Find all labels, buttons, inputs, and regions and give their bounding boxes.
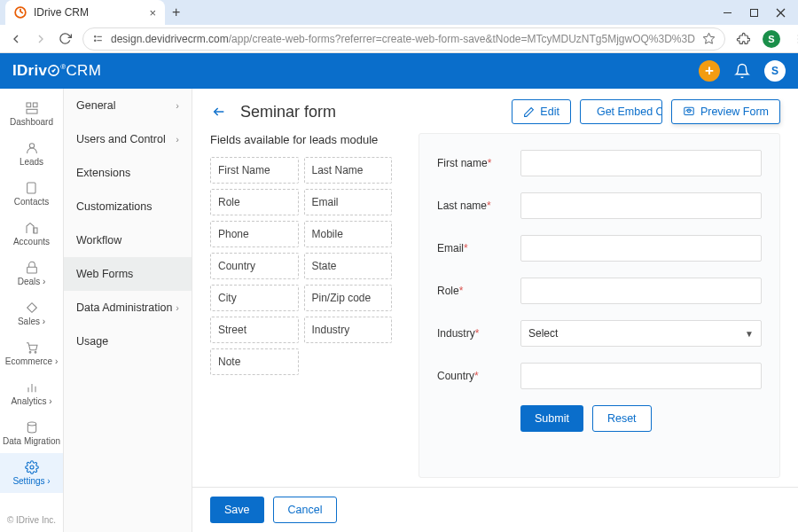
form-row: Last name* <box>437 192 762 219</box>
svg-point-29 <box>27 422 35 426</box>
sidebar-item-users-control[interactable]: Users and Control› <box>64 122 192 156</box>
sidebar-item-workflow[interactable]: Workflow <box>64 223 192 257</box>
profile-avatar[interactable]: S <box>763 30 780 48</box>
field-chip[interactable]: Street <box>210 317 299 343</box>
svg-point-17 <box>29 144 34 148</box>
page-title: Seminar form <box>240 103 336 121</box>
sidebar-item-web-forms[interactable]: Web Forms <box>64 257 192 291</box>
form-field-label: Country* <box>437 370 506 382</box>
form-input[interactable] <box>520 278 762 304</box>
rail-settings[interactable]: Settings › <box>0 453 63 493</box>
rail-accounts[interactable]: Accounts <box>0 214 63 254</box>
form-input[interactable] <box>520 192 762 219</box>
field-chip[interactable]: Country <box>210 253 299 279</box>
rail-leads[interactable]: Leads <box>0 134 63 174</box>
tab-title: IDrive CRM <box>34 6 89 19</box>
form-row: Email* <box>437 235 762 262</box>
field-chip[interactable]: Phone <box>210 221 299 247</box>
star-icon[interactable] <box>702 32 716 45</box>
field-chip[interactable]: Last Name <box>304 157 393 184</box>
rail-analytics[interactable]: Analytics › <box>0 373 63 413</box>
chevron-right-icon: › <box>176 302 179 313</box>
field-chip[interactable]: First Name <box>210 157 299 184</box>
reload-icon[interactable] <box>59 32 72 45</box>
form-select[interactable]: Select▼ <box>520 320 762 347</box>
form-field-label: First name* <box>437 157 506 169</box>
sidebar-item-extensions[interactable]: Extensions <box>64 156 192 190</box>
svg-rect-18 <box>27 183 35 193</box>
add-button[interactable]: + <box>699 60 720 82</box>
forward-icon[interactable] <box>34 32 48 46</box>
preview-form-button[interactable]: Preview Form <box>671 99 780 124</box>
svg-point-30 <box>30 466 34 469</box>
minimize-icon[interactable] <box>722 7 732 18</box>
site-info-icon[interactable] <box>92 33 104 44</box>
rail-footer: © IDrive Inc. <box>0 510 63 532</box>
field-chip[interactable]: Industry <box>304 317 393 343</box>
close-window-icon[interactable] <box>775 7 786 18</box>
rail-dashboard[interactable]: Dashboard <box>0 94 63 134</box>
browser-tab[interactable]: IDrive CRM × <box>5 0 165 25</box>
back-arrow-icon[interactable] <box>210 105 228 119</box>
field-chip[interactable]: City <box>210 285 299 311</box>
form-preview-panel: First name*Last name*Email*Role*Industry… <box>419 133 780 478</box>
page-header: Seminar form Edit Get Embed Code Preview… <box>192 89 798 133</box>
field-chip[interactable]: Email <box>304 189 393 215</box>
form-row: First name* <box>437 150 762 176</box>
form-field-label: Industry* <box>437 327 506 340</box>
bell-icon[interactable] <box>734 63 750 79</box>
close-tab-icon[interactable]: × <box>149 6 156 20</box>
field-chip[interactable]: Role <box>210 189 299 215</box>
rail-contacts[interactable]: Contacts <box>0 174 63 214</box>
content-area: Seminar form Edit Get Embed Code Preview… <box>192 89 798 532</box>
brand-logo[interactable]: IDriv®CRM <box>12 62 101 80</box>
get-embed-code-button[interactable]: Get Embed Code <box>580 99 662 124</box>
svg-point-7 <box>95 40 96 41</box>
favicon-icon <box>14 6 27 19</box>
footer-bar: Save Cancel <box>192 487 798 532</box>
form-input[interactable] <box>520 363 762 389</box>
extensions-icon[interactable] <box>736 32 750 46</box>
form-field-label: Last name* <box>437 200 506 212</box>
form-row: Industry*Select▼ <box>437 320 762 347</box>
form-field-label: Email* <box>437 242 506 254</box>
field-chip[interactable]: State <box>304 253 393 279</box>
sidebar-item-data-admin[interactable]: Data Administration› <box>64 291 192 325</box>
form-input[interactable] <box>520 235 762 262</box>
new-tab-button[interactable]: + <box>172 4 180 20</box>
window-controls <box>722 7 798 18</box>
user-avatar[interactable]: S <box>764 60 786 82</box>
svg-point-24 <box>29 351 31 353</box>
browser-tab-strip: IDrive CRM × + <box>0 0 798 25</box>
field-chip[interactable]: Pin/Zip code <box>304 285 393 311</box>
chevron-right-icon: › <box>176 134 179 145</box>
browser-toolbar: design.devidrivecrm.com/app/create-web-f… <box>0 25 798 53</box>
chevron-right-icon: › <box>176 100 179 111</box>
edit-button[interactable]: Edit <box>512 99 571 124</box>
cancel-button[interactable]: Cancel <box>273 497 338 523</box>
rail-data-migration[interactable]: Data Migration <box>0 413 63 453</box>
nav-rail: Dashboard Leads Contacts Accounts Deals … <box>0 89 64 532</box>
rail-deals[interactable]: Deals › <box>0 254 63 293</box>
sidebar-item-usage[interactable]: Usage <box>64 325 192 358</box>
svg-marker-9 <box>703 33 715 43</box>
svg-point-5 <box>95 36 96 37</box>
address-bar[interactable]: design.devidrivecrm.com/app/create-web-f… <box>82 27 725 51</box>
field-chip[interactable]: Note <box>210 348 299 375</box>
field-chip[interactable]: Mobile <box>304 221 393 247</box>
svg-rect-23 <box>27 267 36 273</box>
sidebar-item-customizations[interactable]: Customizations <box>64 190 192 223</box>
back-icon[interactable] <box>9 32 23 46</box>
submit-button[interactable]: Submit <box>520 405 583 432</box>
svg-point-32 <box>687 110 690 113</box>
save-button[interactable]: Save <box>210 497 264 523</box>
rail-sales[interactable]: Sales › <box>0 293 63 333</box>
available-fields-panel: Fields available for leads module First … <box>210 133 392 478</box>
maximize-icon[interactable] <box>748 7 759 18</box>
sidebar-item-general[interactable]: General› <box>64 89 192 122</box>
menu-icon[interactable] <box>793 33 798 45</box>
reset-button[interactable]: Reset <box>592 405 652 432</box>
rail-ecommerce[interactable]: Ecommerce › <box>0 333 63 373</box>
form-input[interactable] <box>520 150 762 176</box>
app-header: IDriv®CRM + S <box>0 53 798 89</box>
